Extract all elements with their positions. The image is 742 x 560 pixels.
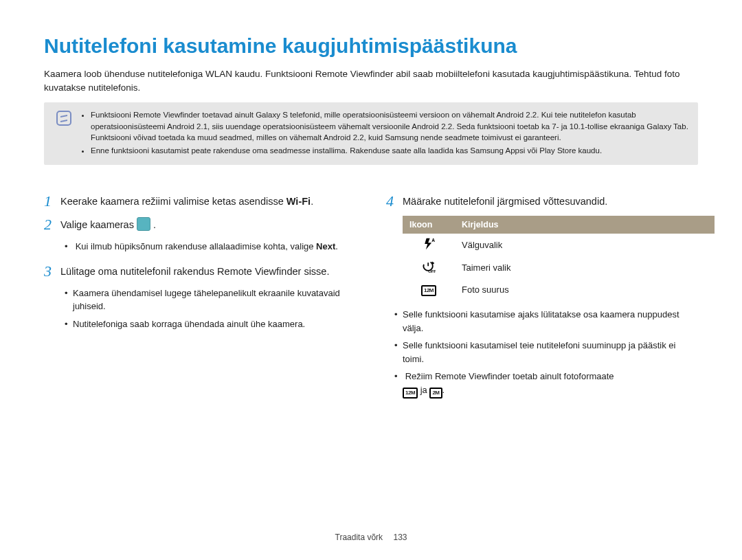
- table-header-icon: Ikoon: [403, 216, 455, 234]
- note-item: Funktsiooni Remote Viewfinder toetavad a…: [91, 109, 691, 144]
- bold-text: Wi-Fi: [286, 196, 311, 207]
- page-footer: Traadita võrk 133: [0, 533, 742, 542]
- text: .: [335, 241, 338, 251]
- photo-size-small-icon: 2M: [429, 388, 442, 399]
- step-3: 3 Lülitage oma nutitelefonil rakendus Re…: [44, 262, 356, 279]
- note-icon: [56, 111, 71, 126]
- step-2: 2 Valige kaameras .: [44, 216, 356, 232]
- footer-section: Traadita võrk: [335, 533, 383, 542]
- step-text: Määrake nutitelefonil järgmised võttesuv…: [403, 192, 607, 209]
- svg-text:OFF: OFF: [428, 269, 436, 273]
- text: Keerake kaamera režiimi valimise ketas a…: [60, 196, 286, 207]
- desc-cell: Taimeri valik: [455, 256, 715, 279]
- desc-cell: Välguvalik: [455, 234, 715, 256]
- text: Valige kaameras: [60, 219, 137, 230]
- table-row: 12M Foto suurus: [403, 279, 715, 300]
- desc-cell: Foto suurus: [455, 279, 715, 300]
- step-number: 1: [44, 192, 60, 209]
- list-item: Kui ilmub hüpiksõnum rakenduse allalaadi…: [73, 240, 356, 254]
- step-4-sublist: Selle funktsiooni kasutamise ajaks lülit…: [386, 308, 698, 399]
- remote-viewfinder-app-icon: [137, 217, 150, 231]
- step-number: 4: [386, 192, 403, 209]
- step-1: 1 Keerake kaamera režiimi valimise ketas…: [44, 192, 356, 209]
- list-item: Selle funktsiooni kasutamise ajaks lülit…: [403, 308, 698, 335]
- text: ja: [420, 385, 430, 395]
- step-number: 3: [44, 262, 60, 279]
- step-text: Lülitage oma nutitelefonil rakendus Remo…: [60, 262, 329, 279]
- text: .: [442, 385, 445, 395]
- photo-size-icon: 12M: [403, 388, 418, 399]
- content-columns: 1 Keerake kaamera režiimi valimise ketas…: [44, 192, 698, 408]
- page-title: Nutitelefoni kasutamine kaugjuhtimispääs…: [44, 34, 698, 58]
- svg-text:A: A: [431, 238, 435, 243]
- text: .: [311, 196, 313, 207]
- flash-icon: A: [422, 237, 436, 251]
- note-list: Funktsiooni Remote Viewfinder toetavad a…: [80, 109, 691, 158]
- list-item: Nutitelefoniga saab korraga ühendada ain…: [73, 317, 356, 331]
- right-column: 4 Määrake nutitelefonil järgmised võttes…: [386, 192, 698, 408]
- text: Režiim Remote Viewfinder toetab ainult f…: [405, 371, 614, 381]
- photo-size-icon: 12M: [421, 285, 436, 296]
- step-text: Keerake kaamera režiimi valimise ketas a…: [60, 192, 313, 209]
- list-item: Selle funktsiooni kasutamisel teie nutit…: [403, 339, 698, 366]
- step-number: 2: [44, 216, 60, 232]
- list-item: Režiim Remote Viewfinder toetab ainult f…: [403, 370, 698, 399]
- table-row: A Välguvalik: [403, 234, 715, 256]
- step-2-sublist: Kui ilmub hüpiksõnum rakenduse allalaadi…: [44, 240, 356, 254]
- note-box: Funktsiooni Remote Viewfinder toetavad a…: [44, 102, 698, 165]
- icon-cell: OFF: [403, 256, 455, 279]
- text: Kui ilmub hüpiksõnum rakenduse allalaadi…: [76, 241, 316, 251]
- note-icon-wrap: [48, 109, 80, 126]
- icon-cell: A: [403, 234, 455, 256]
- list-item: Kaamera ühendamisel lugege tähelepanelik…: [73, 287, 356, 313]
- intro-paragraph: Kaamera loob ühenduse nutitelefoniga WLA…: [44, 67, 698, 94]
- options-table: Ikoon Kirjeldus A Välguvalik: [403, 216, 715, 300]
- text: .: [150, 219, 156, 230]
- table-header-desc: Kirjeldus: [455, 216, 715, 234]
- left-column: 1 Keerake kaamera režiimi valimise ketas…: [44, 192, 356, 408]
- step-text: Valige kaameras .: [60, 216, 156, 232]
- step-4: 4 Määrake nutitelefonil järgmised võttes…: [386, 192, 698, 209]
- svg-marker-2: [432, 262, 434, 265]
- step-3-sublist: Kaamera ühendamisel lugege tähelepanelik…: [44, 287, 356, 331]
- timer-icon: OFF: [422, 265, 436, 276]
- page-number: 133: [393, 533, 407, 542]
- icon-cell: 12M: [403, 279, 455, 300]
- table-row: OFF Taimeri valik: [403, 256, 715, 279]
- bold-text: Next: [316, 241, 335, 251]
- note-item: Enne funktsiooni kasutamist peate rakend…: [91, 145, 691, 157]
